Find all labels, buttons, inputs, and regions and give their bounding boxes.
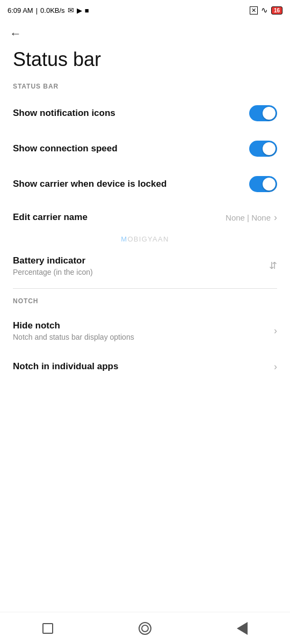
label-show-connection-speed: Show connection speed <box>13 143 241 155</box>
back-area: ← <box>0 19 290 43</box>
toggle-show-connection-speed[interactable] <box>249 141 277 157</box>
setting-row-show-notification-icons[interactable]: Show notification icons <box>0 96 290 131</box>
chevron-right-icon: › <box>274 212 277 223</box>
battery-level: 16 <box>271 6 282 14</box>
sublabel-hide-notch: Notch and status bar display options <box>13 333 265 341</box>
sublabel-battery-indicator: Percentage (in the icon) <box>13 268 260 276</box>
time-display: 6:09 AM <box>8 6 33 14</box>
label-show-notification-icons: Show notification icons <box>13 107 241 119</box>
home-button[interactable] <box>139 622 151 635</box>
toggle-show-carrier-locked[interactable] <box>249 176 277 192</box>
setting-row-show-carrier-locked[interactable]: Show carrier when device is locked <box>0 166 290 202</box>
status-bar-left: 6:09 AM | 0.0KB/s ✉ ▶ ■ <box>8 6 89 14</box>
watermark-m: M <box>121 235 127 243</box>
status-bar-right: ✕ ∿ 16 <box>250 5 282 15</box>
setting-row-edit-carrier-name[interactable]: Edit carrier name None | None › <box>0 202 290 233</box>
carrier-value: None | None <box>226 213 271 222</box>
back-button[interactable]: ← <box>10 27 21 41</box>
setting-label-battery-indicator: Battery indicator Percentage (in the ico… <box>13 255 269 276</box>
label-battery-indicator: Battery indicator <box>13 255 260 267</box>
section-header-statusbar: STATUS BAR <box>0 83 290 96</box>
mail-icon: ✉ <box>68 6 74 14</box>
carrier-nav-right: None | None › <box>226 212 277 223</box>
hide-notch-nav-right: › <box>274 325 277 336</box>
chevron-right-icon-hide-notch: › <box>274 325 277 336</box>
setting-row-hide-notch[interactable]: Hide notch Notch and status bar display … <box>0 310 290 351</box>
setting-label-edit-carrier-name: Edit carrier name <box>13 211 226 223</box>
label-hide-notch: Hide notch <box>13 320 265 332</box>
page-title: Status bar <box>0 43 290 83</box>
navigation-icon: ▶ <box>77 6 82 14</box>
toggle-show-notification-icons[interactable] <box>249 105 277 121</box>
chevron-right-icon-notch-apps: › <box>274 361 277 372</box>
speed-display: 0.0KB/s <box>40 6 65 14</box>
setting-row-battery-indicator[interactable]: Battery indicator Percentage (in the ico… <box>0 247 290 284</box>
status-bar: 6:09 AM | 0.0KB/s ✉ ▶ ■ ✕ ∿ 16 <box>0 0 290 19</box>
setting-label-show-carrier-locked: Show carrier when device is locked <box>13 178 249 190</box>
screen-icon: ✕ <box>250 6 258 14</box>
watermark-text: OBIGYAAN <box>127 235 169 243</box>
setting-label-hide-notch: Hide notch Notch and status bar display … <box>13 320 274 341</box>
watermark: MOBIGYAAN <box>0 233 290 247</box>
label-show-carrier-locked: Show carrier when device is locked <box>13 178 241 190</box>
setting-label-notch-individual-apps: Notch in individual apps <box>13 361 274 372</box>
label-edit-carrier-name: Edit carrier name <box>13 211 217 223</box>
back-nav-button[interactable] <box>237 622 248 635</box>
wifi-icon: ∿ <box>261 5 268 15</box>
notch-apps-nav-right: › <box>274 361 277 372</box>
separator: | <box>36 6 38 14</box>
label-notch-individual-apps: Notch in individual apps <box>13 361 265 372</box>
updown-icon: ⇵ <box>269 260 277 272</box>
setting-label-show-connection-speed: Show connection speed <box>13 143 249 155</box>
section-divider <box>13 288 277 289</box>
setting-label-show-notification-icons: Show notification icons <box>13 107 249 119</box>
recent-apps-button[interactable] <box>42 623 53 634</box>
section-header-notch: NOTCH <box>0 297 290 310</box>
shield-icon: ■ <box>85 6 89 14</box>
setting-row-show-connection-speed[interactable]: Show connection speed <box>0 131 290 166</box>
setting-row-notch-individual-apps[interactable]: Notch in individual apps › <box>0 351 290 382</box>
bottom-navigation <box>0 612 290 644</box>
